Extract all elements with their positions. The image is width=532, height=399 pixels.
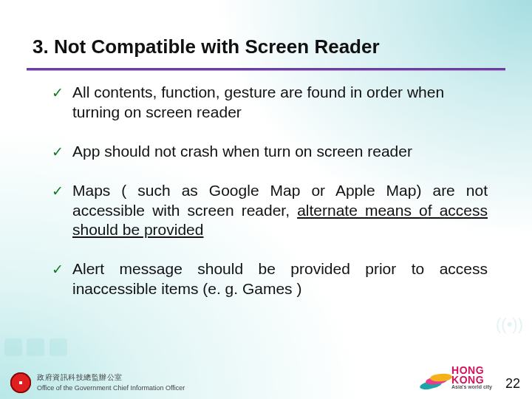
slide: 3. Not Compatible with Screen Reader ✓ A… [0,0,532,399]
checkmark-icon: ✓ [52,143,64,161]
hk-brand-wave-icon [420,374,451,392]
footer-org-en: Office of the Government Chief Informati… [37,384,185,392]
bullet-text: Alert message should be provided prior t… [72,260,488,297]
hk-brand-text: HONG KONG Asia's world city [451,366,492,390]
bullet-item: ✓ Alert message should be provided prior… [52,259,488,299]
bullet-item: ✓ Maps ( such as Google Map or Apple Map… [52,181,488,241]
slide-footer: 政府資訊科技總監辦公室 Office of the Government Chi… [0,364,532,399]
checkmark-icon: ✓ [52,261,64,279]
bullet-list: ✓ All contents, function, gesture are fo… [52,83,488,299]
wifi-icon: ((•)) [496,315,523,334]
hk-crest-icon [10,372,31,393]
eye-icon [50,338,67,356]
checkmark-icon: ✓ [52,84,64,102]
wheelchair-icon [4,338,22,356]
page-number: 22 [505,376,520,392]
checkmark-icon: ✓ [52,183,64,200]
accessibility-icons-watermark [4,338,69,359]
bullet-item: ✓ All contents, function, gesture are fo… [52,83,488,123]
bullet-text: App should not crash when turn on screen… [72,143,412,160]
footer-org-cn: 政府資訊科技總監辦公室 [37,372,123,383]
ear-icon [27,338,44,356]
slide-body: ✓ All contents, function, gesture are fo… [52,83,488,318]
title-underline [27,68,505,71]
hk-brand-tag: Asia's world city [451,385,492,390]
slide-title: 3. Not Compatible with Screen Reader [33,35,380,58]
bullet-item: ✓ App should not crash when turn on scre… [52,142,488,162]
bullet-text: All contents, function, gesture are foun… [72,83,444,120]
